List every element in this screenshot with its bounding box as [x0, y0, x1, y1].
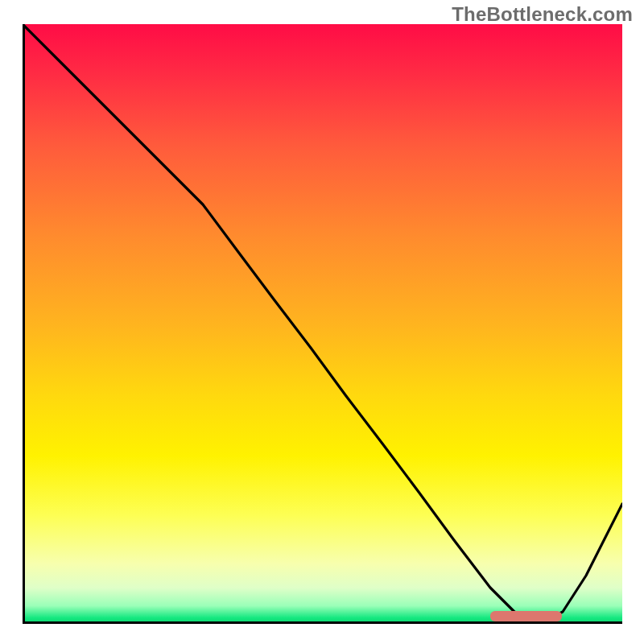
- good-range-marker: [490, 611, 562, 621]
- watermark-text: TheBottleneck.com: [452, 3, 633, 26]
- chart-area: [23, 24, 622, 624]
- bottleneck-curve: [23, 24, 622, 624]
- chart-svg: [23, 24, 622, 624]
